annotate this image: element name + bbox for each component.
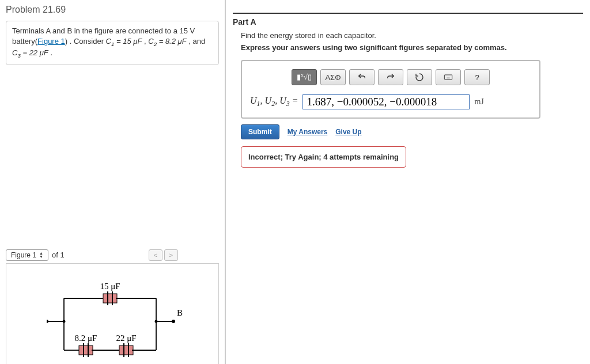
feedback-message: Incorrect; Try Again; 4 attempts remaini…	[241, 146, 406, 168]
answer-variable-label: U1, U2, U3 =	[250, 96, 298, 108]
template-button[interactable]: ▮x√▯	[292, 69, 317, 85]
figure-link[interactable]: Figure 1	[37, 37, 65, 46]
my-answers-link[interactable]: My Answers	[288, 128, 328, 136]
redo-button[interactable]	[378, 69, 403, 85]
part-a-header: Part A	[233, 13, 583, 26]
c1-value: C1 = 15 μF	[106, 37, 142, 46]
c2-value: C2 = 8.2 μF	[148, 37, 186, 46]
keyboard-button[interactable]	[436, 69, 461, 85]
c3-value: C3 = 22 μF	[12, 48, 48, 57]
undo-button[interactable]	[349, 69, 375, 85]
action-row: Submit My Answers Give Up	[241, 124, 583, 139]
svg-point-23	[155, 320, 158, 323]
svg-rect-13	[79, 346, 93, 355]
figure-selector[interactable]: Figure 1 ▲▼	[6, 249, 48, 261]
part-a-instruction: Express your answers using two significa…	[241, 43, 583, 52]
stepper-icon: ▲▼	[39, 252, 43, 259]
answer-panel: Part A Find the energy stored in each ca…	[226, 0, 590, 364]
cap3-label: 22 μF	[116, 333, 136, 343]
help-button[interactable]: ?	[464, 69, 490, 85]
svg-rect-24	[444, 75, 452, 79]
svg-rect-6	[103, 294, 117, 303]
answer-box: ▮x√▯ ΑΣΦ ? U1, U2, U3 =	[241, 60, 540, 119]
cap1-label: 15 μF	[100, 282, 120, 291]
answer-unit: mJ	[474, 97, 483, 107]
sep2: , and	[187, 37, 206, 46]
give-up-link[interactable]: Give Up	[335, 128, 361, 136]
figure-select-label: Figure 1	[11, 251, 36, 259]
figure-of-label: of 1	[52, 251, 65, 259]
equation-toolbar: ▮x√▯ ΑΣΦ ?	[250, 69, 531, 85]
svg-rect-17	[119, 346, 133, 355]
circuit-diagram: A B 15 μF	[47, 281, 196, 364]
answer-row: U1, U2, U3 = mJ	[250, 94, 531, 109]
statement-post: ) . Consider	[65, 37, 106, 46]
greek-button[interactable]: ΑΣΦ	[320, 69, 346, 85]
part-a-prompt: Find the energy stored in each capacitor…	[241, 31, 583, 40]
sep1: ,	[142, 37, 148, 46]
terminal-b-label: B	[177, 308, 183, 317]
figure-next-button[interactable]: >	[164, 249, 178, 261]
reset-button[interactable]	[407, 69, 432, 85]
problem-title: Problem 21.69	[0, 0, 225, 21]
problem-statement: Terminals A and B in the figure are conn…	[6, 21, 219, 65]
statement-end: .	[48, 48, 52, 57]
svg-point-22	[63, 320, 66, 323]
submit-button[interactable]: Submit	[241, 124, 279, 139]
cap2-label: 8.2 μF	[75, 333, 97, 343]
figure-prev-button[interactable]: <	[149, 249, 162, 261]
figure-canvas: A B 15 μF	[6, 263, 219, 364]
problem-panel: Problem 21.69 Terminals A and B in the f…	[0, 0, 226, 364]
answer-input[interactable]	[302, 94, 470, 109]
figure-header: Figure 1 ▲▼ of 1 < >	[6, 249, 219, 261]
